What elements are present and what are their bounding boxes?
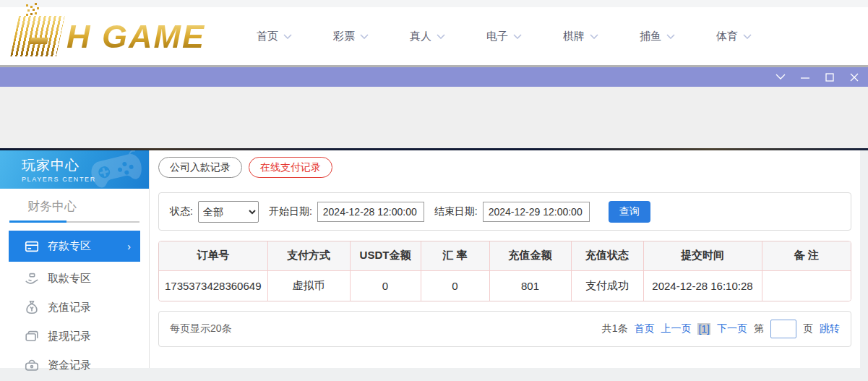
sidebar-header: 玩家中心 PLAYERS CENTER [0, 150, 149, 189]
nav-item-sports[interactable]: 体育 [716, 30, 752, 43]
logo-text: H GAME [66, 20, 205, 53]
cell-submit-time: 2024-12-28 16:10:28 [643, 270, 762, 301]
logo-striped-h-mark [10, 16, 65, 56]
jump-prefix-label: 第 [754, 322, 764, 335]
first-page-link[interactable]: 首页 [634, 322, 654, 335]
main-nav-menu: 首页 彩票 真人 电子 棋牌 捕鱼 体育 [257, 30, 793, 43]
sidebar-section-underline [9, 221, 139, 223]
nav-item-label: 电子 [486, 30, 508, 43]
chevron-down-icon [513, 34, 522, 39]
cell-rate: 0 [421, 270, 489, 301]
prev-page-link[interactable]: 上一页 [661, 322, 691, 335]
nav-item-live[interactable]: 真人 [410, 30, 445, 43]
total-count-text: 共1条 [602, 322, 628, 335]
page-size-text: 每页显示20条 [170, 322, 602, 335]
logo-dots-decoration [26, 4, 28, 7]
sidebar-item-label: 充值记录 [48, 301, 91, 314]
nav-item-label: 捕鱼 [640, 30, 661, 43]
record-tabs: 公司入款记录 在线支付记录 [158, 157, 851, 178]
brand-logo[interactable]: H GAME [14, 16, 217, 56]
jump-suffix-label: 页 [803, 322, 813, 335]
page-jump-input[interactable] [770, 320, 796, 338]
sidebar-item-withdrawal-records[interactable]: 提现记录 [0, 322, 149, 351]
cell-status: 支付成功 [571, 270, 643, 301]
start-date-label: 开始日期: [269, 205, 312, 218]
sidebar-menu: 存款专区 › 取款专区 充值记录 提现记录 [0, 231, 149, 380]
current-page-indicator: [1] [697, 323, 710, 335]
col-usdt-amount: USDT金额 [350, 241, 421, 270]
start-date-input[interactable] [317, 202, 424, 222]
jump-button[interactable]: 跳转 [820, 322, 840, 335]
purse-icon [24, 357, 40, 373]
tab-online-payment-records[interactable]: 在线支付记录 [249, 157, 332, 178]
chevron-down-icon [360, 34, 369, 39]
cell-pay-method: 虚拟币 [267, 270, 350, 301]
chevron-down-icon [437, 34, 445, 39]
next-page-link[interactable]: 下一页 [717, 322, 747, 335]
nav-item-label: 棋牌 [563, 30, 585, 43]
logo-crossbar [30, 38, 48, 44]
sidebar-item-deposit-zone[interactable]: 存款专区 › [9, 231, 140, 262]
page-spacer [0, 87, 868, 148]
table-header-row: 订单号 支付方式 USDT金额 汇 率 充值金额 充值状态 提交时间 备 注 [159, 241, 851, 270]
col-submit-time: 提交时间 [643, 241, 762, 270]
sidebar-item-funds-records[interactable]: 资金记录 [0, 351, 149, 380]
cell-usdt-amount: 0 [350, 270, 421, 301]
chevron-down-icon [666, 34, 675, 39]
nav-item-label: 彩票 [333, 30, 355, 43]
col-remark: 备 注 [762, 241, 851, 270]
nav-item-slots[interactable]: 电子 [486, 30, 522, 43]
sidebar-item-label: 资金记录 [48, 359, 91, 372]
nav-item-home[interactable]: 首页 [257, 30, 292, 43]
window-maximize-button[interactable] [824, 72, 835, 82]
sidebar-section-title: 财务中心 [27, 198, 149, 215]
window-collapse-button[interactable] [775, 72, 786, 82]
nav-item-label: 真人 [410, 30, 431, 43]
sidebar: 玩家中心 PLAYERS CENTER 财务中心 存款专区 › [0, 150, 150, 368]
status-label: 状态: [170, 205, 193, 218]
col-rate: 汇 率 [421, 241, 489, 270]
nav-item-lottery[interactable]: 彩票 [333, 30, 369, 43]
chevron-down-icon [590, 34, 598, 39]
sidebar-item-label: 存款专区 [48, 239, 91, 253]
end-date-input[interactable] [483, 202, 590, 222]
nav-item-fishing[interactable]: 捕鱼 [640, 30, 675, 43]
tab-company-deposit-records[interactable]: 公司入款记录 [158, 157, 242, 178]
maximize-icon [825, 72, 835, 82]
query-button[interactable]: 查询 [609, 201, 650, 223]
status-select[interactable]: 全部 [198, 201, 259, 223]
table-row: 1735373428360649 虚拟币 0 0 801 支付成功 2024-1… [159, 270, 851, 301]
chevron-right-icon: › [127, 241, 131, 252]
sidebar-item-withdraw-zone[interactable]: 取款专区 [0, 264, 149, 293]
cell-order-no: 1735373428360649 [159, 270, 267, 301]
deposit-card-icon [24, 239, 40, 254]
nav-item-label: 体育 [716, 30, 738, 43]
top-navbar: H GAME 首页 彩票 真人 电子 棋牌 捕鱼 体育 [0, 7, 868, 65]
records-table-wrap: 订单号 支付方式 USDT金额 汇 率 充值金额 充值状态 提交时间 备 注 1… [158, 241, 851, 301]
content-area: 玩家中心 PLAYERS CENTER 财务中心 存款专区 › [0, 150, 868, 368]
end-date-label: 结束日期: [434, 205, 478, 218]
window-titlebar [0, 67, 868, 87]
cell-amount: 801 [489, 270, 571, 301]
window-minimize-button[interactable] [799, 72, 810, 82]
close-icon [849, 72, 859, 82]
window-close-button[interactable] [848, 72, 859, 82]
col-pay-method: 支付方式 [267, 241, 350, 270]
chevron-down-icon [743, 34, 752, 39]
sidebar-item-recharge-records[interactable]: 充值记录 [0, 293, 149, 322]
chevron-down-icon [283, 34, 292, 39]
pagination-controls: 共1条 首页 上一页 [1] 下一页 第 页 跳转 [602, 320, 840, 338]
minimize-icon [800, 72, 810, 82]
nav-item-chess[interactable]: 棋牌 [563, 30, 598, 43]
sidebar-item-label: 取款专区 [48, 272, 91, 286]
main-panel: 公司入款记录 在线支付记录 状态: 全部 开始日期: 结束日期: 查询 [150, 150, 860, 368]
col-status: 充值状态 [571, 241, 643, 270]
nav-item-label: 首页 [257, 30, 278, 43]
cell-remark [762, 270, 851, 301]
chevron-down-icon [775, 74, 786, 80]
sidebar-item-label: 提现记录 [48, 330, 91, 343]
pagination-bar: 每页显示20条 共1条 首页 上一页 [1] 下一页 第 页 跳转 [158, 311, 851, 347]
filter-bar: 状态: 全部 开始日期: 结束日期: 查询 [158, 192, 851, 231]
money-bag-icon [24, 299, 40, 315]
col-order-no: 订单号 [159, 241, 267, 270]
